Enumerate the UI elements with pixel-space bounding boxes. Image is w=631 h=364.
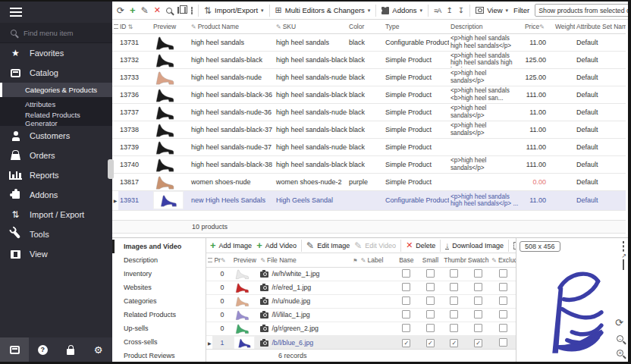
col-color[interactable]: Color [347,20,384,33]
thumbnail-checkbox[interactable]: ✓ [450,339,458,347]
product-row[interactable]: 13817 women shoes-nudewomen shoes-nude-2… [112,173,626,190]
col-label[interactable]: ✎Label [359,253,394,267]
sidebar-item-tools[interactable]: Tools [0,224,112,244]
image-row[interactable]: 0 /r/e/red_1.jpg [206,281,516,294]
small-checkbox[interactable] [426,297,435,305]
col-sku[interactable]: ✎SKU [275,20,347,33]
base-checkbox[interactable] [402,324,410,332]
base-checkbox[interactable]: ✓ [402,339,410,347]
exclude-checkbox[interactable] [499,297,507,305]
tab-websites[interactable]: Websites [112,281,206,294]
exclude-checkbox[interactable] [499,283,507,291]
base-checkbox[interactable] [402,310,410,318]
exclude-checkbox[interactable] [499,310,507,318]
small-checkbox[interactable] [426,310,435,318]
move-up-button[interactable]: ↥ [446,7,452,14]
thumbnail-checkbox[interactable] [450,283,458,291]
image-row[interactable]: 0 /g/r/green_2.jpg [206,322,516,335]
tab-inventory[interactable]: Inventory [112,267,206,281]
sidebar-item-favorites[interactable]: ★ Favorites [0,43,112,63]
col-small[interactable]: Small [419,253,443,267]
sidebar-item-view[interactable]: View [0,244,112,264]
sidebar-item-orders[interactable]: Orders [0,146,112,165]
small-checkbox[interactable] [426,283,435,291]
col-id[interactable]: ID⇅ [118,20,152,33]
swatch-checkbox[interactable] [474,297,482,305]
help-button[interactable]: ? [29,337,57,362]
zoom-in-button[interactable]: + [617,350,623,356]
add-product-button[interactable]: + [130,5,136,15]
duplicate-button[interactable] [177,7,179,14]
select-region-button[interactable] [191,7,193,14]
thumbnail-checkbox[interactable] [450,269,458,278]
small-checkbox[interactable] [426,324,435,332]
small-checkbox[interactable] [426,269,435,278]
tab-categories[interactable]: Categories [112,294,206,308]
col-attribute-set[interactable]: Attribute Set Name [575,20,626,33]
product-row[interactable]: 13740 high heel sandals-black-38high hee… [112,155,626,173]
exclude-checkbox[interactable] [499,324,507,332]
col-product-name[interactable]: ✎Product Name [190,20,275,33]
tab-related-products[interactable]: Related Products [112,308,206,322]
product-row[interactable]: 13737 high heel sandals-nude-36high heel… [112,103,626,121]
exclude-checkbox[interactable] [499,338,507,347]
image-row-selected[interactable]: ▶ 1 /b/l/blue_6.jpg ✓ ✓ ✓ ✓ [206,335,516,350]
panel-splitter-handle[interactable] [108,159,114,179]
row-selector-icon[interactable] [208,258,212,262]
sidebar-item-catalog[interactable]: Catalog [0,63,112,83]
col-type[interactable]: Type [384,20,449,33]
delete-product-button[interactable]: ✕ [154,6,161,14]
add-image-button[interactable]: +Add Image [210,240,252,250]
product-row[interactable]: 13733 high heel sandals-nudehigh heel sa… [112,68,626,86]
zoom-out-button[interactable]: - [617,335,623,342]
swatch-checkbox[interactable]: ✓ [474,339,482,347]
col-exclude[interactable]: ✎Exclude [490,253,516,267]
row-selector-icon[interactable] [114,24,118,29]
col-preview[interactable]: Preview [152,20,190,33]
store-button[interactable] [0,337,29,362]
edit-video-button[interactable]: ✎Edit Video [354,241,396,250]
tab-images-and-video[interactable]: Images and Video [112,240,206,253]
rotate-button[interactable]: ⟳ [615,317,623,328]
settings-button[interactable]: ⚙ [84,337,112,362]
image-row[interactable]: 0 /n/u/nude.jpg [206,294,516,308]
col-price[interactable]: Price✎ [522,20,554,33]
thumbnail-checkbox[interactable] [450,297,458,305]
sidebar-item-import-export[interactable]: ⇅ Import / Export [0,205,112,224]
product-row[interactable]: 13736 high heel sandals-black-36high hee… [112,86,626,103]
tab-product-reviews[interactable]: Product Reviews [112,349,206,362]
base-checkbox[interactable] [402,269,410,278]
sidebar-item-attributes[interactable]: Attributes [0,97,112,111]
exclude-checkbox[interactable] [499,269,507,278]
base-checkbox[interactable] [402,297,410,305]
sidebar-item-categories-products[interactable]: Categories & Products [0,83,112,97]
import-export-menu[interactable]: ⇅ Import/Export ▾ [204,6,264,15]
download-image-button[interactable]: ↓Download Image [445,242,504,249]
col-flag[interactable]: ⚑ [351,253,359,267]
refresh-button[interactable]: ⟳ [117,6,124,15]
col-description[interactable]: Description [449,20,522,33]
base-checkbox[interactable] [402,283,410,291]
product-row[interactable]: 13731 high heel sandalshigh heel sandals… [112,33,626,51]
edit-image-button[interactable]: ✎Edit Image [306,241,350,250]
thumbnail-checkbox[interactable] [450,310,458,318]
product-row[interactable]: 13732 high heel sandals-blackhigh heel s… [112,51,626,68]
swatch-checkbox[interactable] [474,324,482,332]
tab-cross-sells[interactable]: Cross-sells [112,335,206,349]
sidebar-item-customers[interactable]: Customers [0,126,112,146]
tab-description[interactable]: Description [112,253,206,267]
col-base[interactable]: Base [394,253,419,267]
addons-menu[interactable]: Addons ▾ [381,6,422,14]
open-external-button[interactable] [623,256,624,270]
col-weight[interactable]: Weight [554,20,575,33]
image-row[interactable]: 0 /l/i/lilac_1.jpg [206,308,516,322]
menu-toggle-button[interactable] [0,2,112,23]
product-row[interactable]: 13739 high heel sandals-nude-37high heel… [112,138,626,155]
swatch-checkbox[interactable] [474,283,482,291]
col-swatch[interactable]: Swatch [466,253,491,267]
lock-button[interactable] [57,337,85,362]
tab-up-sells[interactable]: Up-sells [112,322,206,335]
edit-product-button[interactable]: ✎ [141,6,149,15]
filter-dropdown[interactable]: Show products from selected categories ▾ [535,4,628,17]
view-menu[interactable]: View ▾ [476,6,508,14]
